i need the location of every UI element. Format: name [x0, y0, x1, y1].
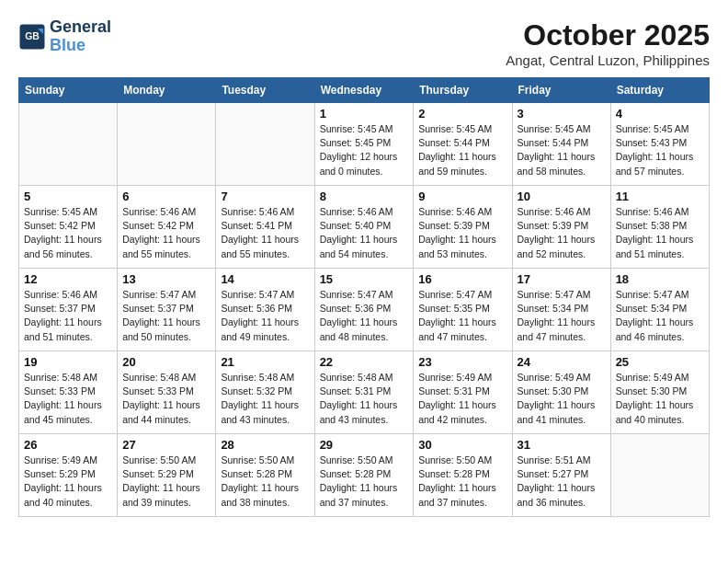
weekday-header: Wednesday [314, 78, 414, 103]
calendar-cell: 3Sunrise: 5:45 AM Sunset: 5:44 PM Daylig… [512, 103, 610, 186]
calendar-cell: 22Sunrise: 5:48 AM Sunset: 5:31 PM Dayli… [314, 351, 414, 434]
day-number: 1 [320, 107, 409, 121]
calendar-week-row: 19Sunrise: 5:48 AM Sunset: 5:33 PM Dayli… [19, 351, 710, 434]
day-info: Sunrise: 5:45 AM Sunset: 5:45 PM Dayligh… [320, 122, 409, 178]
calendar-cell: 11Sunrise: 5:46 AM Sunset: 5:38 PM Dayli… [610, 186, 709, 269]
calendar-cell: 16Sunrise: 5:47 AM Sunset: 5:35 PM Dayli… [414, 269, 512, 351]
day-number: 11 [616, 190, 704, 203]
calendar-cell: 2Sunrise: 5:45 AM Sunset: 5:44 PM Daylig… [414, 103, 512, 186]
calendar-cell: 27Sunrise: 5:50 AM Sunset: 5:29 PM Dayli… [118, 434, 216, 517]
day-number: 15 [320, 272, 409, 286]
svg-text:GB: GB [25, 30, 40, 41]
weekday-header: Thursday [414, 78, 512, 103]
day-info: Sunrise: 5:48 AM Sunset: 5:31 PM Dayligh… [320, 371, 409, 427]
day-info: Sunrise: 5:50 AM Sunset: 5:28 PM Dayligh… [221, 454, 309, 510]
day-info: Sunrise: 5:46 AM Sunset: 5:42 PM Dayligh… [122, 205, 210, 261]
calendar-cell: 20Sunrise: 5:48 AM Sunset: 5:33 PM Dayli… [118, 351, 216, 434]
day-info: Sunrise: 5:49 AM Sunset: 5:30 PM Dayligh… [518, 371, 606, 427]
day-info: Sunrise: 5:50 AM Sunset: 5:29 PM Dayligh… [122, 454, 210, 510]
calendar-cell: 18Sunrise: 5:47 AM Sunset: 5:34 PM Dayli… [610, 269, 709, 351]
calendar-week-row: 12Sunrise: 5:46 AM Sunset: 5:37 PM Dayli… [19, 269, 710, 351]
day-number: 6 [122, 190, 210, 203]
day-number: 16 [418, 272, 506, 286]
day-info: Sunrise: 5:50 AM Sunset: 5:28 PM Dayligh… [418, 454, 506, 510]
day-info: Sunrise: 5:48 AM Sunset: 5:33 PM Dayligh… [122, 371, 210, 427]
day-info: Sunrise: 5:47 AM Sunset: 5:36 PM Dayligh… [320, 288, 409, 344]
day-number: 4 [616, 107, 704, 121]
calendar-cell: 5Sunrise: 5:45 AM Sunset: 5:42 PM Daylig… [19, 186, 118, 269]
calendar-cell: 24Sunrise: 5:49 AM Sunset: 5:30 PM Dayli… [512, 351, 610, 434]
calendar-cell: 10Sunrise: 5:46 AM Sunset: 5:39 PM Dayli… [512, 186, 610, 269]
day-info: Sunrise: 5:49 AM Sunset: 5:29 PM Dayligh… [24, 454, 112, 510]
day-info: Sunrise: 5:46 AM Sunset: 5:40 PM Dayligh… [320, 205, 409, 261]
day-number: 21 [221, 355, 309, 369]
calendar-week-row: 1Sunrise: 5:45 AM Sunset: 5:45 PM Daylig… [19, 103, 710, 186]
logo: GB General Blue [18, 18, 111, 55]
day-number: 2 [418, 107, 506, 121]
title-block: October 2025 Angat, Central Luzon, Phili… [506, 18, 710, 68]
calendar-cell: 6Sunrise: 5:46 AM Sunset: 5:42 PM Daylig… [118, 186, 216, 269]
day-info: Sunrise: 5:45 AM Sunset: 5:44 PM Dayligh… [418, 122, 506, 178]
month-title: October 2025 [506, 18, 710, 52]
day-info: Sunrise: 5:45 AM Sunset: 5:44 PM Dayligh… [518, 122, 606, 178]
day-number: 13 [122, 272, 210, 286]
day-number: 18 [616, 272, 704, 286]
day-info: Sunrise: 5:48 AM Sunset: 5:32 PM Dayligh… [221, 371, 309, 427]
day-info: Sunrise: 5:46 AM Sunset: 5:38 PM Dayligh… [616, 205, 704, 261]
day-number: 30 [418, 438, 506, 452]
day-info: Sunrise: 5:47 AM Sunset: 5:37 PM Dayligh… [122, 288, 210, 344]
calendar-cell: 8Sunrise: 5:46 AM Sunset: 5:40 PM Daylig… [314, 186, 414, 269]
calendar-cell: 17Sunrise: 5:47 AM Sunset: 5:34 PM Dayli… [512, 269, 610, 351]
day-number: 8 [320, 190, 409, 203]
day-info: Sunrise: 5:46 AM Sunset: 5:41 PM Dayligh… [221, 205, 309, 261]
calendar-cell [610, 434, 709, 517]
day-info: Sunrise: 5:45 AM Sunset: 5:42 PM Dayligh… [24, 205, 112, 261]
weekday-header-row: SundayMondayTuesdayWednesdayThursdayFrid… [19, 78, 710, 103]
day-number: 12 [24, 272, 112, 286]
calendar-cell: 1Sunrise: 5:45 AM Sunset: 5:45 PM Daylig… [314, 103, 414, 186]
day-info: Sunrise: 5:47 AM Sunset: 5:34 PM Dayligh… [616, 288, 704, 344]
day-number: 3 [518, 107, 606, 121]
day-info: Sunrise: 5:45 AM Sunset: 5:43 PM Dayligh… [616, 122, 704, 178]
day-number: 9 [418, 190, 506, 203]
day-number: 22 [320, 355, 409, 369]
day-number: 23 [418, 355, 506, 369]
day-number: 17 [518, 272, 606, 286]
day-info: Sunrise: 5:46 AM Sunset: 5:37 PM Dayligh… [24, 288, 112, 344]
day-number: 27 [122, 438, 210, 452]
day-number: 20 [122, 355, 210, 369]
calendar-cell: 13Sunrise: 5:47 AM Sunset: 5:37 PM Dayli… [118, 269, 216, 351]
weekday-header: Saturday [610, 78, 709, 103]
day-number: 24 [518, 355, 606, 369]
day-info: Sunrise: 5:50 AM Sunset: 5:28 PM Dayligh… [320, 454, 409, 510]
day-info: Sunrise: 5:47 AM Sunset: 5:34 PM Dayligh… [518, 288, 606, 344]
day-number: 26 [24, 438, 112, 452]
calendar-cell: 12Sunrise: 5:46 AM Sunset: 5:37 PM Dayli… [19, 269, 118, 351]
calendar-cell: 23Sunrise: 5:49 AM Sunset: 5:31 PM Dayli… [414, 351, 512, 434]
day-number: 19 [24, 355, 112, 369]
day-info: Sunrise: 5:46 AM Sunset: 5:39 PM Dayligh… [418, 205, 506, 261]
day-number: 28 [221, 438, 309, 452]
day-number: 29 [320, 438, 409, 452]
day-number: 5 [24, 190, 112, 203]
calendar-cell [19, 103, 118, 186]
weekday-header: Monday [118, 78, 216, 103]
calendar-cell: 7Sunrise: 5:46 AM Sunset: 5:41 PM Daylig… [216, 186, 314, 269]
day-number: 10 [518, 190, 606, 203]
calendar-cell: 21Sunrise: 5:48 AM Sunset: 5:32 PM Dayli… [216, 351, 314, 434]
weekday-header: Friday [512, 78, 610, 103]
logo-icon: GB [18, 23, 46, 51]
day-info: Sunrise: 5:49 AM Sunset: 5:30 PM Dayligh… [616, 371, 704, 427]
calendar-cell: 14Sunrise: 5:47 AM Sunset: 5:36 PM Dayli… [216, 269, 314, 351]
day-number: 14 [221, 272, 309, 286]
day-info: Sunrise: 5:49 AM Sunset: 5:31 PM Dayligh… [418, 371, 506, 427]
day-number: 25 [616, 355, 704, 369]
calendar-week-row: 26Sunrise: 5:49 AM Sunset: 5:29 PM Dayli… [19, 434, 710, 517]
calendar-cell: 29Sunrise: 5:50 AM Sunset: 5:28 PM Dayli… [314, 434, 414, 517]
calendar-cell: 4Sunrise: 5:45 AM Sunset: 5:43 PM Daylig… [610, 103, 709, 186]
calendar-cell: 9Sunrise: 5:46 AM Sunset: 5:39 PM Daylig… [414, 186, 512, 269]
day-info: Sunrise: 5:47 AM Sunset: 5:36 PM Dayligh… [221, 288, 309, 344]
calendar-cell: 15Sunrise: 5:47 AM Sunset: 5:36 PM Dayli… [314, 269, 414, 351]
logo-text: General Blue [50, 18, 111, 55]
calendar-cell: 31Sunrise: 5:51 AM Sunset: 5:27 PM Dayli… [512, 434, 610, 517]
